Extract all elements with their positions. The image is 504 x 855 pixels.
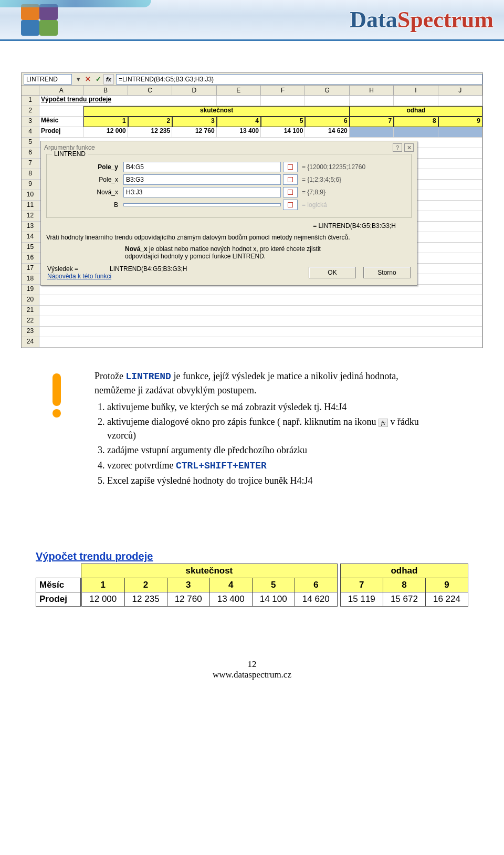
document-body: Protože LINTREND je funkce, jejíž výsled…: [94, 369, 441, 487]
step-item: Excel zapíše výsledné hodnoty do trojice…: [107, 474, 441, 487]
col-header[interactable]: G: [305, 86, 349, 95]
row-header[interactable]: 2: [22, 106, 39, 117]
range-selector-icon[interactable]: [283, 187, 298, 197]
cell[interactable]: 8: [394, 117, 438, 127]
range-selector-icon[interactable]: [283, 200, 298, 210]
cell[interactable]: 4: [217, 117, 261, 127]
cell[interactable]: 7: [350, 117, 394, 127]
cell[interactable]: 14 620: [305, 127, 349, 138]
col-header[interactable]: H: [350, 86, 394, 95]
row-header[interactable]: 17: [22, 264, 39, 274]
row-header[interactable]: 20: [22, 295, 39, 306]
row-header[interactable]: 11: [22, 201, 39, 211]
col-header[interactable]: E: [217, 86, 261, 95]
col-header[interactable]: I: [394, 86, 438, 95]
row-header[interactable]: 9: [22, 180, 39, 190]
row-header[interactable]: 23: [22, 327, 39, 337]
bottom-result-value: LINTREND(B4:G5;B3:G3;H: [110, 265, 187, 273]
cell[interactable]: 5: [261, 117, 305, 127]
decorative-wave: [0, 0, 151, 7]
group-header-actual: skutečnost: [81, 564, 338, 578]
arg-preview: = {7;8;9}: [300, 189, 405, 196]
row-header[interactable]: 14: [22, 232, 39, 243]
arg-help-label: Nová_x: [125, 245, 148, 253]
table-cell: 14 620: [295, 592, 337, 606]
col-header[interactable]: C: [128, 86, 172, 95]
steps-list: aktivujeme buňky, ve kterých se má zobra…: [107, 400, 441, 487]
row-header[interactable]: 3: [22, 117, 39, 127]
namebox-dropdown-icon[interactable]: ▾: [74, 75, 82, 83]
arg-label-novax: Nová_x: [53, 189, 121, 196]
row-label-sales: Prodej: [36, 592, 81, 606]
intro-paragraph: Protože LINTREND je funkce, jejíž výsled…: [94, 369, 441, 397]
cell[interactable]: 12 000: [83, 127, 128, 138]
row-header[interactable]: 21: [22, 306, 39, 316]
col-header[interactable]: J: [438, 86, 482, 95]
range-selector-icon[interactable]: [283, 162, 298, 172]
cell[interactable]: 12 235: [128, 127, 172, 138]
row-header[interactable]: 18: [22, 274, 39, 285]
table-cell: 14 100: [252, 592, 295, 606]
row-header[interactable]: 22: [22, 316, 39, 327]
row-header[interactable]: 13: [22, 222, 39, 232]
group-header-actual[interactable]: skutečnost: [83, 106, 349, 117]
name-box[interactable]: LINTREND: [24, 74, 72, 85]
bottom-result-label: Výsledek =: [47, 265, 78, 273]
help-icon[interactable]: ?: [393, 143, 402, 152]
table-cell: 5: [252, 578, 295, 592]
step-item: aktivujeme buňky, ve kterých se má zobra…: [107, 400, 441, 414]
arg-input-polex[interactable]: B3:G3: [123, 174, 281, 185]
row-header[interactable]: 4: [22, 127, 39, 138]
col-header[interactable]: B: [83, 86, 128, 95]
cell[interactable]: 13 400: [217, 127, 261, 138]
col-header[interactable]: A: [39, 86, 83, 95]
col-header[interactable]: F: [261, 86, 305, 95]
row-header[interactable]: 10: [22, 190, 39, 201]
col-header[interactable]: D: [172, 86, 216, 95]
row-header[interactable]: 15: [22, 243, 39, 253]
brand-text: DataSpectrum: [350, 6, 494, 33]
formula-input[interactable]: =LINTREND(B4:G5;B3:G3;H3:J3): [116, 74, 482, 85]
row-header[interactable]: 12: [22, 211, 39, 222]
cell[interactable]: 3: [172, 117, 216, 127]
range-selector-icon[interactable]: [283, 174, 298, 185]
cell[interactable]: 2: [128, 117, 172, 127]
result-title: Výpočet trendu prodeje: [36, 550, 468, 562]
help-link[interactable]: Nápověda k této funkci: [47, 273, 301, 280]
table-cell: 12 760: [167, 592, 209, 606]
close-icon[interactable]: ✕: [404, 143, 414, 152]
row-header[interactable]: 24: [22, 337, 39, 348]
arg-label-b: B: [53, 201, 121, 208]
enter-icon[interactable]: ✓: [93, 74, 103, 85]
formula-bar: LINTREND ▾ ✕ ✓ fx =LINTREND(B4:G5;B3:G3;…: [22, 73, 482, 86]
row-header[interactable]: 5: [22, 138, 39, 148]
exclamation-icon: [47, 373, 66, 418]
spreadsheet-grid: 1 Výpočet trendu prodeje 2 skutečnost od…: [22, 96, 482, 348]
cell-selected[interactable]: [438, 127, 482, 138]
fx-icon[interactable]: fx: [103, 74, 114, 85]
cell[interactable]: 9: [438, 117, 482, 127]
cell-selected[interactable]: [394, 127, 438, 138]
cancel-button[interactable]: Storno: [363, 267, 411, 278]
row-label-month[interactable]: Měsíc: [39, 117, 83, 127]
cell[interactable]: 14 100: [261, 127, 305, 138]
group-header-estimate[interactable]: odhad: [350, 106, 482, 117]
arg-input-poley[interactable]: B4:G5: [123, 162, 281, 172]
row-header[interactable]: 7: [22, 159, 39, 169]
row-header[interactable]: 19: [22, 285, 39, 295]
sheet-title-cell[interactable]: Výpočet trendu prodeje: [39, 96, 217, 106]
ok-button[interactable]: OK: [309, 267, 356, 278]
cell[interactable]: 6: [305, 117, 349, 127]
row-header[interactable]: 8: [22, 169, 39, 180]
dialog-arg-help: Nová_x je oblast nebo matice nových hodn…: [125, 245, 356, 260]
row-header[interactable]: 16: [22, 253, 39, 264]
cell[interactable]: 12 760: [172, 127, 216, 138]
cell[interactable]: 1: [83, 117, 128, 127]
arg-input-b[interactable]: [123, 203, 281, 206]
cancel-icon[interactable]: ✕: [82, 74, 93, 85]
cell-selected[interactable]: [350, 127, 394, 138]
row-header[interactable]: 1: [22, 96, 39, 106]
row-header[interactable]: 6: [22, 148, 39, 159]
row-label-sales[interactable]: Prodej: [39, 127, 83, 138]
arg-input-novax[interactable]: H3:J3: [123, 187, 281, 197]
